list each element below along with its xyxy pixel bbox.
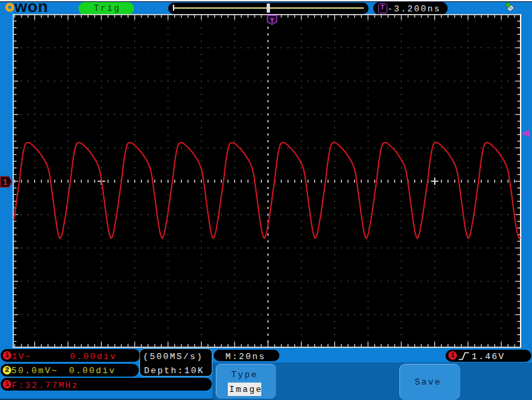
svg-text:1: 1	[3, 178, 7, 188]
svg-text:T: T	[270, 17, 275, 25]
